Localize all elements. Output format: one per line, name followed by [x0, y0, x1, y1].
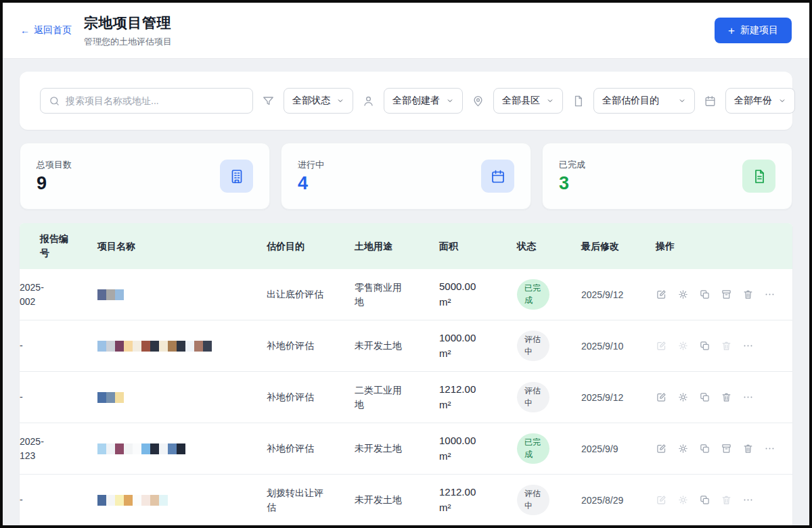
redaction-block	[115, 392, 124, 403]
search-box	[40, 88, 253, 114]
year-filter-select[interactable]: 全部年份	[725, 88, 795, 114]
location-icon	[472, 95, 484, 107]
land-use-cell: 未开发土地	[355, 475, 439, 525]
archive-icon[interactable]	[721, 289, 732, 300]
table-header-cell: 报告编号	[20, 223, 97, 269]
status-filter-select[interactable]: 全部状态	[284, 88, 353, 114]
redaction-block	[115, 443, 124, 454]
settings-icon[interactable]	[677, 289, 689, 300]
copy-icon[interactable]	[699, 494, 710, 506]
copy-icon[interactable]	[699, 289, 710, 300]
project-name-cell	[97, 423, 267, 474]
status-badge: 评估中	[517, 331, 549, 361]
copy-icon[interactable]	[699, 391, 710, 403]
last-modified-cell: 2025/9/12	[581, 269, 656, 320]
more-icon[interactable]	[742, 340, 754, 352]
redaction-block	[141, 495, 150, 506]
more-icon[interactable]	[742, 494, 754, 506]
back-link[interactable]: ← 返回首页	[20, 24, 72, 37]
actions-cell	[656, 372, 792, 423]
delete-icon[interactable]	[721, 494, 732, 506]
redaction-block	[106, 289, 115, 300]
delete-icon[interactable]	[742, 289, 754, 300]
filter-icon	[262, 95, 275, 107]
more-icon[interactable]	[764, 443, 775, 454]
last-modified-cell: 2025/9/9	[581, 423, 656, 474]
status-badge: 已完成	[517, 433, 549, 464]
last-modified-cell: 2025/8/29	[581, 475, 656, 525]
land-use-cell: 二类工业用地	[355, 372, 439, 423]
edit-icon[interactable]	[656, 391, 667, 403]
settings-icon[interactable]	[677, 391, 689, 403]
stat-label: 已完成	[559, 159, 585, 171]
more-icon[interactable]	[742, 391, 754, 403]
actions-cell	[656, 320, 792, 371]
settings-icon[interactable]	[677, 443, 689, 454]
table-row: -划拨转出让评估未开发土地1212.00m²评估中2025/8/29	[20, 475, 792, 525]
redaction-block	[168, 341, 177, 352]
delete-icon[interactable]	[742, 443, 754, 454]
redacted-project-name	[97, 392, 124, 403]
chevron-down-icon	[446, 97, 454, 105]
area-cell: 5000.00m²	[439, 269, 517, 320]
delete-icon[interactable]	[721, 391, 732, 403]
edit-icon[interactable]	[656, 443, 667, 454]
filter-bar: 全部状态全部创建者全部县区全部估价目的全部年份	[20, 72, 792, 130]
copy-icon[interactable]	[699, 340, 710, 352]
table-body: 2025-002出让底价评估零售商业用地5000.00m²已完成2025/9/1…	[20, 269, 792, 525]
redaction-block	[141, 443, 150, 454]
redaction-block	[150, 443, 159, 454]
settings-icon[interactable]	[677, 340, 689, 352]
delete-icon[interactable]	[721, 340, 732, 352]
report-number-cell: 2025-002	[20, 269, 97, 320]
copy-icon[interactable]	[699, 443, 710, 454]
land-use-cell: 未开发土地	[355, 320, 439, 371]
page-header: ← 返回首页 宗地项目管理 管理您的土地评估项目 + 新建项目	[3, 3, 809, 59]
redaction-block	[115, 341, 124, 352]
page-content: 全部状态全部创建者全部县区全部估价目的全部年份 总项目数9进行中4已完成3 报告…	[3, 59, 809, 525]
table-header-cell: 面积	[439, 223, 517, 269]
edit-icon[interactable]	[656, 340, 667, 352]
settings-icon[interactable]	[677, 494, 689, 506]
redaction-block	[185, 341, 194, 352]
report-number-cell: -	[20, 320, 97, 371]
valuation-purpose-cell: 补地价评估	[267, 423, 355, 474]
redaction-block	[177, 341, 185, 352]
redaction-block	[203, 341, 212, 352]
purpose-filter-select[interactable]: 全部估价目的	[593, 88, 695, 114]
redaction-block	[97, 289, 106, 300]
status-cell: 评估中	[517, 475, 581, 525]
stat-value: 9	[37, 174, 72, 194]
area-cell: 1212.00m²	[439, 475, 517, 525]
redaction-block	[159, 443, 168, 454]
year-filter-label: 全部年份	[734, 95, 772, 107]
report-number-cell: 2025-123	[20, 423, 97, 474]
user-icon	[362, 95, 375, 107]
chevron-down-icon	[336, 97, 344, 105]
edit-icon[interactable]	[656, 494, 667, 506]
redaction-block	[115, 289, 124, 300]
new-project-button[interactable]: + 新建项目	[715, 18, 792, 43]
edit-icon[interactable]	[656, 289, 667, 300]
stat-value: 4	[298, 174, 324, 194]
table-row: -补地价评估二类工业用地1212.00m²评估中2025/9/12	[20, 372, 792, 423]
filter-controls: 全部状态全部创建者全部县区全部估价目的全部年份	[262, 88, 795, 114]
table-header-cell: 估价目的	[267, 223, 355, 269]
redaction-block	[97, 341, 106, 352]
report-number-cell: -	[20, 372, 97, 423]
more-icon[interactable]	[764, 289, 775, 300]
search-input[interactable]	[66, 95, 244, 106]
district-filter-select[interactable]: 全部县区	[493, 88, 563, 114]
archive-icon[interactable]	[721, 443, 732, 454]
creator-filter-select[interactable]: 全部创建者	[384, 88, 463, 114]
chevron-down-icon	[778, 97, 786, 105]
status-filter-label: 全部状态	[292, 95, 330, 107]
status-cell: 评估中	[517, 372, 581, 423]
redacted-project-name	[97, 289, 124, 300]
status-cell: 已完成	[517, 269, 581, 320]
new-project-label: 新建项目	[740, 24, 778, 37]
file-text-icon	[742, 160, 775, 193]
redaction-block	[97, 443, 106, 454]
redaction-block	[159, 341, 168, 352]
stat-label: 进行中	[298, 159, 324, 171]
